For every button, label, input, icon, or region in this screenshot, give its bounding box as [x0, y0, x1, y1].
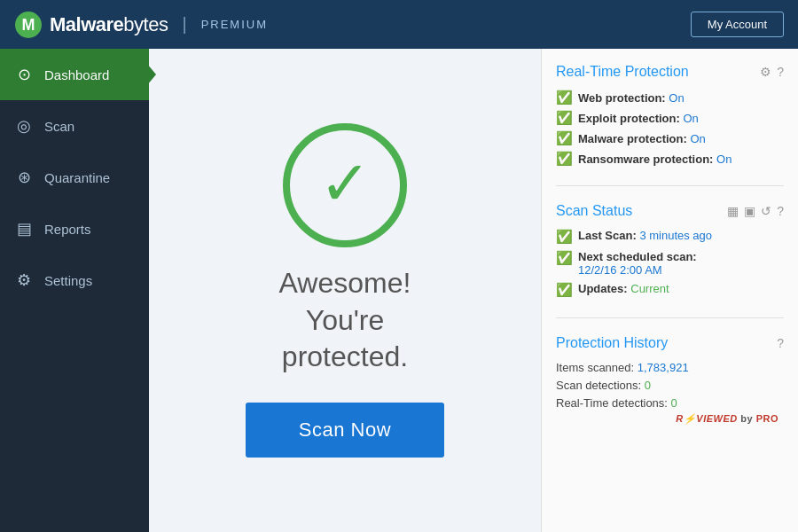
- settings-icon: ⚙: [14, 270, 34, 290]
- status-message: Awesome! You're protected.: [279, 265, 411, 376]
- protected-status-circle: ✓: [283, 123, 407, 247]
- scan-next-item: ✅ Next scheduled scan:12/2/16 2:00 AM: [556, 250, 784, 277]
- history-rt-label: Real-Time detections:: [556, 396, 671, 410]
- sidebar-item-settings[interactable]: ⚙ Settings: [0, 254, 149, 306]
- my-account-button[interactable]: My Account: [691, 12, 784, 37]
- logo-tier: PREMIUM: [201, 18, 268, 31]
- sidebar-label-quarantine: Quarantine: [44, 170, 110, 185]
- sidebar-label-reports: Reports: [44, 222, 91, 237]
- rtp-malware-label: Malware protection: On: [578, 132, 706, 145]
- sidebar-item-reports[interactable]: ▤ Reports: [0, 203, 149, 254]
- rtp-header: Real-Time Protection ⚙ ?: [556, 63, 784, 81]
- sidebar: ⊙ Dashboard ◎ Scan ⊛ Quarantine ▤ Report…: [0, 49, 149, 532]
- rtp-item-web: ✅ Web protection: On: [556, 90, 784, 106]
- scan-status-section: Scan Status ▦ ▣ ↺ ? ✅ Last Scan: 3 minut…: [556, 202, 784, 318]
- malwarebytes-logo-icon: M: [14, 11, 43, 39]
- logo: M Malwarebytes | PREMIUM: [14, 11, 268, 39]
- history-icons: ?: [777, 336, 784, 350]
- dashboard-icon: ⊙: [14, 65, 34, 84]
- rtp-exploit-label: Exploit protection: On: [578, 112, 699, 125]
- sidebar-item-dashboard[interactable]: ⊙ Dashboard: [0, 49, 149, 100]
- scan-last-label: Last Scan: 3 minutes ago: [578, 229, 712, 242]
- scan-view-icon1[interactable]: ▦: [727, 204, 739, 218]
- rtp-help-icon[interactable]: ?: [777, 65, 784, 79]
- history-scan-detections: Scan detections: 0: [556, 379, 784, 392]
- sidebar-item-scan[interactable]: ◎ Scan: [0, 100, 149, 152]
- rtp-settings-icon[interactable]: ⚙: [760, 65, 771, 79]
- logo-divider: |: [182, 14, 186, 35]
- sidebar-label-dashboard: Dashboard: [44, 67, 109, 82]
- content-area: ✓ Awesome! You're protected. Scan Now Re…: [149, 49, 798, 532]
- scan-updates-label: Updates: Current: [578, 282, 669, 295]
- rtp-ransomware-label: Ransomware protection: On: [578, 153, 732, 166]
- scan-updates-check-icon: ✅: [556, 282, 573, 298]
- scan-refresh-icon[interactable]: ↺: [761, 204, 771, 218]
- history-rt-count: 0: [671, 396, 677, 410]
- sidebar-label-scan: Scan: [44, 119, 74, 134]
- rtp-ransomware-check-icon: ✅: [556, 151, 573, 167]
- main-layout: ⊙ Dashboard ◎ Scan ⊛ Quarantine ▤ Report…: [0, 49, 798, 532]
- scan-status-header: Scan Status ▦ ▣ ↺ ?: [556, 202, 784, 220]
- scan-status-icons: ▦ ▣ ↺ ?: [727, 204, 784, 218]
- scan-help-icon[interactable]: ?: [777, 204, 784, 218]
- app-header: M Malwarebytes | PREMIUM My Account: [0, 0, 798, 49]
- scan-updates-item: ✅ Updates: Current: [556, 282, 784, 298]
- history-items-count: 1,783,921: [638, 361, 689, 374]
- rtp-exploit-check-icon: ✅: [556, 110, 573, 126]
- history-scan-label: Scan detections:: [556, 379, 645, 392]
- scan-status-title: Scan Status: [556, 202, 632, 220]
- status-line3: protected.: [282, 340, 408, 372]
- rtp-item-exploit: ✅ Exploit protection: On: [556, 110, 784, 126]
- history-items-label: Items scanned:: [556, 361, 638, 374]
- rtp-title: Real-Time Protection: [556, 63, 689, 81]
- rtp-item-ransomware: ✅ Ransomware protection: On: [556, 151, 784, 167]
- svg-text:M: M: [22, 16, 35, 34]
- scan-next-label: Next scheduled scan:12/2/16 2:00 AM: [578, 250, 697, 277]
- scan-last-item: ✅ Last Scan: 3 minutes ago: [556, 229, 784, 245]
- rtp-item-malware: ✅ Malware protection: On: [556, 130, 784, 146]
- history-rt-detections: Real-Time detections: 0: [556, 396, 784, 410]
- real-time-protection-section: Real-Time Protection ⚙ ? ✅ Web protectio…: [556, 63, 784, 186]
- quarantine-icon: ⊛: [14, 168, 34, 187]
- history-items-scanned: Items scanned: 1,783,921: [556, 361, 784, 374]
- watermark: R⚡VIEWED by PRO: [676, 413, 778, 425]
- status-line1: Awesome!: [279, 267, 411, 299]
- history-header: Protection History ?: [556, 334, 784, 352]
- scan-last-check-icon: ✅: [556, 229, 573, 245]
- checkmark-icon: ✓: [319, 153, 372, 215]
- rtp-malware-check-icon: ✅: [556, 130, 573, 146]
- protection-history-section: Protection History ? Items scanned: 1,78…: [556, 334, 784, 428]
- status-line2: You're: [306, 304, 385, 336]
- reports-icon: ▤: [14, 219, 34, 239]
- sidebar-label-settings: Settings: [44, 273, 92, 288]
- scan-now-button[interactable]: Scan Now: [246, 403, 444, 458]
- center-panel: ✓ Awesome! You're protected. Scan Now: [149, 49, 541, 532]
- sidebar-item-quarantine[interactable]: ⊛ Quarantine: [0, 152, 149, 203]
- right-panel: Real-Time Protection ⚙ ? ✅ Web protectio…: [541, 49, 798, 532]
- logo-brand-text: Malwarebytes: [50, 13, 168, 36]
- rtp-web-check-icon: ✅: [556, 90, 573, 106]
- scan-icon: ◎: [14, 116, 34, 136]
- watermark-text: R⚡VIEWED: [676, 413, 737, 424]
- history-title: Protection History: [556, 334, 668, 352]
- rtp-icons: ⚙ ?: [760, 65, 784, 79]
- rtp-web-label: Web protection: On: [578, 91, 685, 105]
- scan-next-check-icon: ✅: [556, 250, 573, 266]
- history-help-icon[interactable]: ?: [777, 336, 784, 350]
- scan-view-icon2[interactable]: ▣: [744, 204, 755, 218]
- history-scan-count: 0: [645, 379, 651, 392]
